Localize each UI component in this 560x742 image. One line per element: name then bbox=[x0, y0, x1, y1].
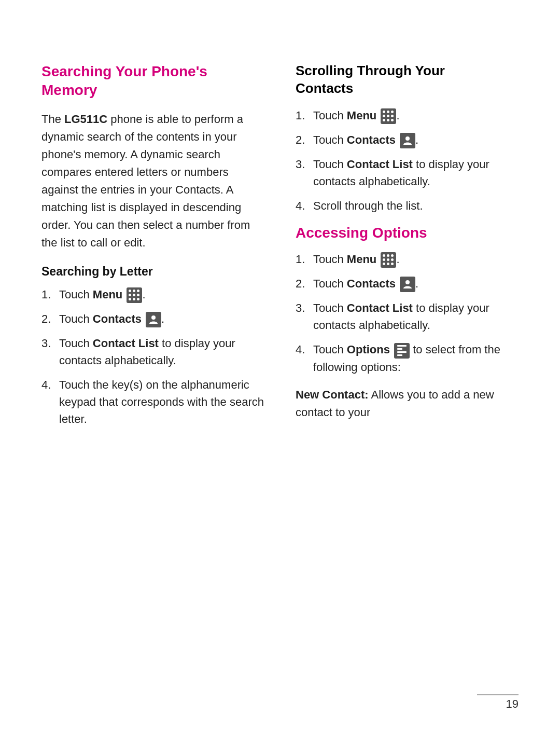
two-column-layout: Searching Your Phone's Memory The LG511C… bbox=[41, 62, 519, 700]
menu-icon bbox=[127, 287, 142, 303]
left-column: Searching Your Phone's Memory The LG511C… bbox=[41, 62, 264, 700]
step-item: 4. Touch Options to select from the foll… bbox=[296, 341, 519, 375]
contacts-label: Contacts bbox=[347, 277, 396, 290]
contact-list-label: Contact List bbox=[93, 337, 159, 350]
searching-memory-body: The LG511C phone is able to perform a dy… bbox=[41, 111, 264, 252]
svg-point-0 bbox=[151, 315, 156, 320]
step-item: 3. Touch Contact List to display your co… bbox=[41, 335, 264, 369]
step-item: 3. Touch Contact List to display your co… bbox=[296, 156, 519, 190]
right-column: Scrolling Through Your Contacts 1. Touch… bbox=[296, 62, 519, 700]
step-item: 2. Touch Contacts . bbox=[41, 310, 264, 327]
step-item: 1. Touch Menu . bbox=[41, 286, 264, 303]
page-footer: 19 bbox=[41, 697, 519, 711]
contact-list-label: Contact List bbox=[347, 301, 413, 314]
page-number: 19 bbox=[506, 697, 519, 711]
step-item: 4. Touch the key(s) on the alphanumeric … bbox=[41, 376, 264, 428]
contacts-label: Contacts bbox=[93, 312, 142, 325]
accessing-options-steps: 1. Touch Menu . 2. bbox=[296, 251, 519, 376]
footer-line bbox=[477, 694, 519, 695]
contacts-icon bbox=[400, 133, 415, 148]
step-item: 2. Touch Contacts . bbox=[296, 275, 519, 292]
step-item: 4. Scroll through the list. bbox=[296, 197, 519, 214]
accessing-options-title: Accessing Options bbox=[296, 225, 519, 241]
step-item: 2. Touch Contacts . bbox=[296, 131, 519, 148]
searching-memory-title: Searching Your Phone's Memory bbox=[41, 62, 264, 100]
searching-by-letter-steps: 1. Touch Menu . 2. bbox=[41, 286, 264, 428]
page-container: Searching Your Phone's Memory The LG511C… bbox=[0, 0, 560, 742]
contacts-icon bbox=[146, 312, 161, 327]
menu-label: Menu bbox=[93, 288, 122, 301]
menu-label: Menu bbox=[347, 109, 376, 122]
contacts-icon bbox=[400, 277, 415, 292]
svg-point-1 bbox=[405, 136, 410, 141]
options-label: Options bbox=[347, 343, 390, 356]
menu-label: Menu bbox=[347, 253, 376, 266]
step-item: 3. Touch Contact List to display your co… bbox=[296, 299, 519, 334]
menu-icon bbox=[381, 108, 396, 124]
contact-list-label: Contact List bbox=[347, 158, 413, 171]
scrolling-contacts-title: Scrolling Through Your Contacts bbox=[296, 62, 519, 98]
step-item: 1. Touch Menu . bbox=[296, 251, 519, 268]
contacts-label: Contacts bbox=[347, 133, 396, 146]
menu-icon bbox=[381, 252, 396, 268]
options-icon bbox=[394, 343, 410, 359]
new-contact-bold: New Contact: bbox=[296, 388, 369, 401]
scrolling-contacts-steps: 1. Touch Menu . 2. bbox=[296, 107, 519, 214]
searching-by-letter-title: Searching by Letter bbox=[41, 265, 264, 279]
step-item: 1. Touch Menu . bbox=[296, 107, 519, 124]
new-contact-text: New Contact: Allows you to add a new con… bbox=[296, 386, 519, 421]
svg-point-2 bbox=[405, 280, 410, 284]
